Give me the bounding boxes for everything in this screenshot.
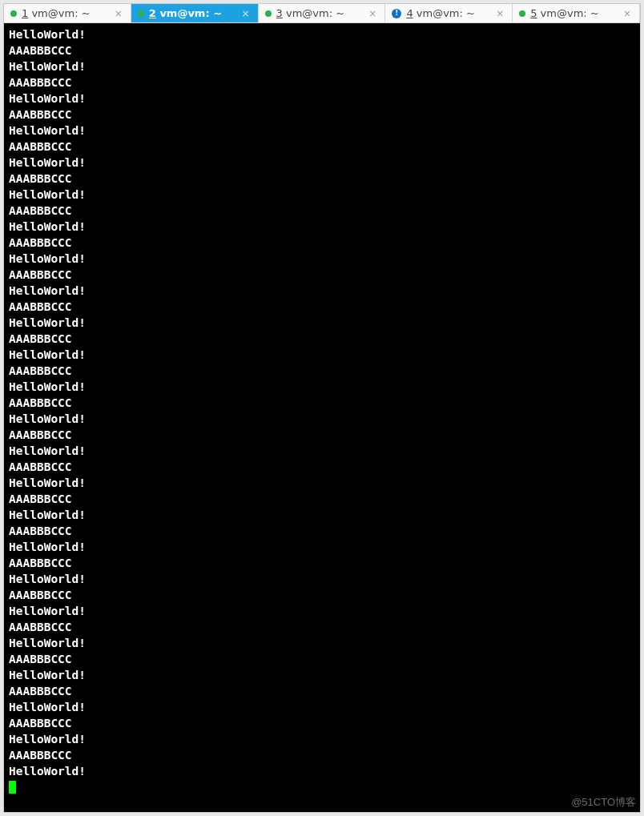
terminal-line: AAABBBCCC (9, 395, 635, 411)
terminal-line: HelloWorld! (9, 251, 635, 267)
terminal-output[interactable]: HelloWorld!AAABBBCCCHelloWorld!AAABBBCCC… (4, 23, 640, 812)
tab-label: 2 vm@vm: ~ (149, 7, 240, 19)
terminal-line: AAABBBCCC (9, 42, 635, 58)
terminal-line: HelloWorld! (9, 603, 635, 619)
terminal-line: HelloWorld! (9, 26, 635, 42)
terminal-line: HelloWorld! (9, 347, 635, 363)
cursor-icon (9, 781, 16, 794)
terminal-line: AAABBBCCC (9, 555, 635, 571)
terminal-line: HelloWorld! (9, 731, 635, 747)
terminal-line: AAABBBCCC (9, 331, 635, 347)
tab-bar: 1 vm@vm: ~×2 vm@vm: ~×3 vm@vm: ~×!4 vm@v… (4, 4, 640, 23)
terminal-line: AAABBBCCC (9, 299, 635, 315)
terminal-line: HelloWorld! (9, 667, 635, 683)
terminal-line: AAABBBCCC (9, 235, 635, 251)
terminal-line: AAABBBCCC (9, 203, 635, 219)
window-frame: 1 vm@vm: ~×2 vm@vm: ~×3 vm@vm: ~×!4 vm@v… (3, 3, 641, 813)
status-dot-icon (265, 10, 272, 17)
terminal-line: HelloWorld! (9, 123, 635, 139)
tab-1[interactable]: 1 vm@vm: ~× (4, 4, 131, 22)
terminal-line: AAABBBCCC (9, 171, 635, 187)
tab-label: 5 vm@vm: ~ (530, 7, 622, 19)
terminal-line: AAABBBCCC (9, 363, 635, 379)
tab-label: 4 vm@vm: ~ (406, 7, 494, 19)
terminal-line: AAABBBCCC (9, 587, 635, 603)
terminal-line: HelloWorld! (9, 507, 635, 523)
terminal-line: HelloWorld! (9, 315, 635, 331)
status-dot-icon (519, 10, 525, 17)
terminal-line: HelloWorld! (9, 475, 635, 491)
terminal-line: HelloWorld! (9, 187, 635, 203)
terminal-line: AAABBBCCC (9, 74, 635, 90)
terminal-line: AAABBBCCC (9, 523, 635, 539)
terminal-line: HelloWorld! (9, 763, 635, 779)
close-icon[interactable]: × (240, 9, 252, 18)
terminal-line: HelloWorld! (9, 283, 635, 299)
terminal-line: AAABBBCCC (9, 491, 635, 507)
close-icon[interactable]: × (113, 9, 124, 18)
terminal-line: HelloWorld! (9, 539, 635, 555)
terminal-cursor-line (9, 779, 635, 795)
terminal-line: HelloWorld! (9, 155, 635, 171)
terminal-line: HelloWorld! (9, 635, 635, 651)
terminal-line: AAABBBCCC (9, 459, 635, 475)
info-icon: ! (392, 9, 401, 18)
terminal-line: HelloWorld! (9, 219, 635, 235)
terminal-line: AAABBBCCC (9, 107, 635, 123)
close-icon[interactable]: × (622, 9, 633, 18)
tab-3[interactable]: 3 vm@vm: ~× (259, 4, 386, 22)
tab-5[interactable]: 5 vm@vm: ~× (513, 4, 640, 22)
terminal-line: HelloWorld! (9, 90, 635, 107)
terminal-line: AAABBBCCC (9, 715, 635, 731)
tab-2[interactable]: 2 vm@vm: ~× (131, 4, 259, 22)
terminal-line: AAABBBCCC (9, 651, 635, 667)
terminal-line: AAABBBCCC (9, 267, 635, 283)
watermark: @51CTO博客 (571, 795, 636, 810)
terminal-line: AAABBBCCC (9, 619, 635, 635)
terminal-line: HelloWorld! (9, 58, 635, 74)
terminal-line: HelloWorld! (9, 379, 635, 395)
status-dot-icon (10, 10, 17, 17)
terminal-line: HelloWorld! (9, 571, 635, 587)
tab-label: 1 vm@vm: ~ (22, 7, 113, 19)
status-dot-icon (138, 10, 144, 17)
close-icon[interactable]: × (494, 9, 505, 18)
terminal-line: HelloWorld! (9, 443, 635, 459)
terminal-line: HelloWorld! (9, 411, 635, 427)
terminal-line: AAABBBCCC (9, 139, 635, 155)
close-icon[interactable]: × (367, 9, 378, 18)
tab-label: 3 vm@vm: ~ (276, 7, 368, 19)
tab-4[interactable]: !4 vm@vm: ~× (385, 4, 513, 22)
terminal-line: HelloWorld! (9, 699, 635, 715)
terminal-line: AAABBBCCC (9, 427, 635, 443)
terminal-line: AAABBBCCC (9, 683, 635, 699)
terminal-line: AAABBBCCC (9, 747, 635, 763)
